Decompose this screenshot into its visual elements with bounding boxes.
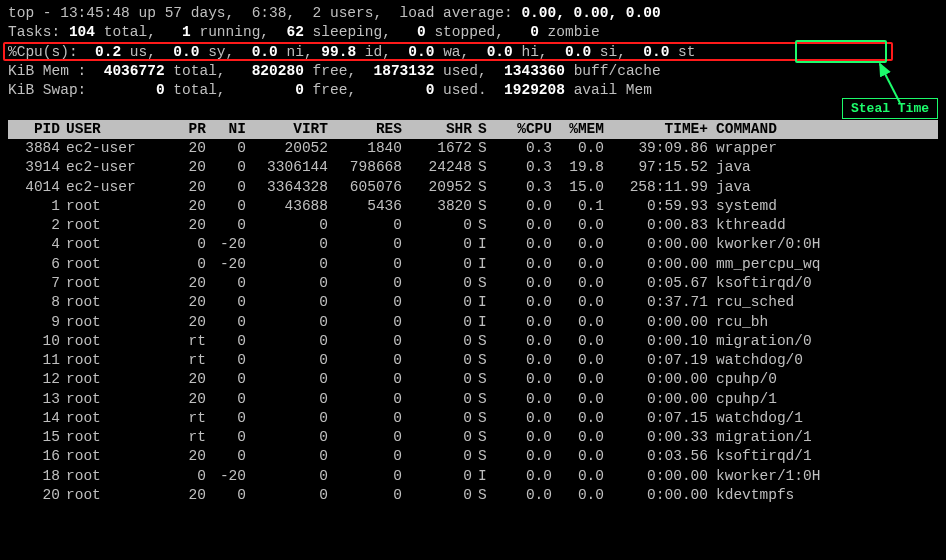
table-row[interactable]: 3914ec2-user200330614479866824248S0.319.… <box>8 158 820 177</box>
table-row[interactable]: 12root200000S0.00.00:00.00cpuhp/0 <box>8 370 820 389</box>
table-row[interactable]: 7root200000S0.00.00:05.67ksoftirqd/0 <box>8 274 820 293</box>
steal-time-label: Steal Time <box>842 98 938 119</box>
process-table: 3884ec2-user2002005218401672S0.30.039:09… <box>8 139 820 505</box>
table-row[interactable]: 16root200000S0.00.00:03.56ksoftirqd/1 <box>8 447 820 466</box>
blank-line <box>8 100 938 119</box>
top-uptime-line: top - 13:45:48 up 57 days, 6:38, 2 users… <box>8 4 938 23</box>
table-row[interactable]: 13root200000S0.00.00:00.00cpuhp/1 <box>8 390 820 409</box>
terminal-top-screenshot: top - 13:45:48 up 57 days, 6:38, 2 users… <box>0 0 946 560</box>
table-row[interactable]: 6root0-20000I0.00.00:00.00mm_percpu_wq <box>8 255 820 274</box>
cpu-line: %Cpu(s): 0.2 us, 0.0 sy, 0.0 ni, 99.8 id… <box>8 43 938 62</box>
table-row[interactable]: 15rootrt0000S0.00.00:00.33migration/1 <box>8 428 820 447</box>
table-row[interactable]: 1root2004368854363820S0.00.10:59.93syste… <box>8 197 820 216</box>
table-row[interactable]: 8root200000I0.00.00:37.71rcu_sched <box>8 293 820 312</box>
table-row[interactable]: 2root200000S0.00.00:00.83kthreadd <box>8 216 820 235</box>
mem-line: KiB Mem : 4036772 total, 820280 free, 18… <box>8 62 938 81</box>
table-row[interactable]: 11rootrt0000S0.00.00:07.19watchdog/0 <box>8 351 820 370</box>
swap-line: KiB Swap: 0 total, 0 free, 0 used. 19292… <box>8 81 938 100</box>
table-row[interactable]: 3884ec2-user2002005218401672S0.30.039:09… <box>8 139 820 158</box>
table-row[interactable]: 4root0-20000I0.00.00:00.00kworker/0:0H <box>8 235 820 254</box>
process-table-header[interactable]: PID USER PR NI VIRT RES SHR S %CPU %MEM … <box>8 120 938 139</box>
table-row[interactable]: 14rootrt0000S0.00.00:07.15watchdog/1 <box>8 409 820 428</box>
tasks-line: Tasks: 104 total, 1 running, 62 sleeping… <box>8 23 938 42</box>
table-row[interactable]: 10rootrt0000S0.00.00:00.10migration/0 <box>8 332 820 351</box>
table-row[interactable]: 20root200000S0.00.00:00.00kdevtmpfs <box>8 486 820 505</box>
table-row[interactable]: 9root200000I0.00.00:00.00rcu_bh <box>8 313 820 332</box>
table-row[interactable]: 4014ec2-user200336432860507620952S0.315.… <box>8 178 820 197</box>
table-row[interactable]: 18root0-20000I0.00.00:00.00kworker/1:0H <box>8 467 820 486</box>
